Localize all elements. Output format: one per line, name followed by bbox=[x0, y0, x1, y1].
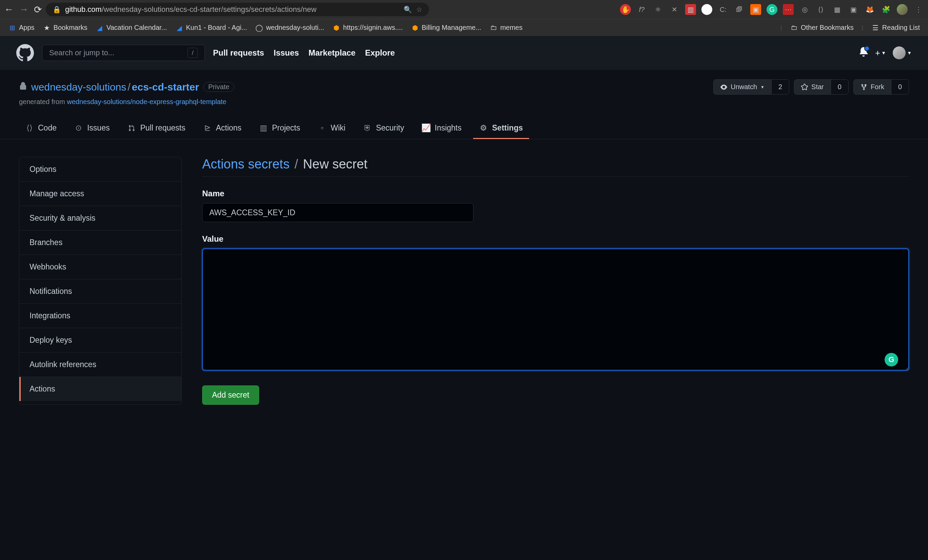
name-label: Name bbox=[202, 189, 909, 198]
sidebar-item-security-analysis[interactable]: Security & analysis bbox=[19, 206, 182, 230]
project-icon: ▥ bbox=[259, 124, 268, 132]
template-link[interactable]: wednesday-solutions/node-express-graphql… bbox=[67, 98, 226, 105]
ext-icon-4[interactable]: ✕ bbox=[669, 4, 680, 15]
bookmark-apps[interactable]: ⊞Apps bbox=[8, 24, 35, 32]
book-icon: ▫ bbox=[318, 124, 327, 132]
bookmark-billing[interactable]: ⬢Billing Manageme... bbox=[411, 24, 481, 32]
add-secret-button[interactable]: Add secret bbox=[202, 385, 259, 405]
ext-icon-3[interactable]: ⚛ bbox=[653, 4, 664, 15]
ext-icon-6[interactable] bbox=[701, 4, 712, 15]
grammarly-badge-icon[interactable]: G bbox=[885, 353, 898, 367]
ext-icon-8[interactable]: 🗊 bbox=[734, 4, 745, 15]
nav-marketplace[interactable]: Marketplace bbox=[308, 48, 356, 58]
tab-projects[interactable]: ▥Projects bbox=[253, 118, 306, 139]
github-icon: ◯ bbox=[255, 24, 263, 32]
user-avatar bbox=[893, 46, 906, 59]
watch-count[interactable]: 2 bbox=[771, 80, 789, 94]
graph-icon: 📈 bbox=[422, 124, 431, 132]
search-icon[interactable]: 🔍 bbox=[404, 5, 412, 14]
breadcrumb-link[interactable]: Actions secrets bbox=[202, 157, 290, 171]
star-button[interactable]: Star 0 bbox=[794, 79, 849, 94]
back-button[interactable]: ← bbox=[4, 4, 14, 15]
settings-sidebar: Options Manage access Security & analysi… bbox=[19, 157, 182, 405]
sidebar-item-options[interactable]: Options bbox=[19, 157, 182, 182]
sidebar-item-actions[interactable]: Actions bbox=[19, 377, 182, 401]
repo-owner-link[interactable]: wednesday-solutions bbox=[31, 81, 126, 93]
bookmarks-bar: ⊞Apps ★Bookmarks ◢Vacation Calendar... ◢… bbox=[0, 19, 928, 36]
github-search[interactable]: Search or jump to... / bbox=[42, 45, 205, 61]
fork-button[interactable]: Fork 0 bbox=[853, 79, 909, 94]
nav-explore[interactable]: Explore bbox=[365, 48, 395, 58]
ext-icon-10[interactable]: ⋯ bbox=[783, 4, 794, 15]
generated-from-text: generated from wednesday-solutions/node-… bbox=[19, 98, 909, 106]
ext-icon-7[interactable]: C: bbox=[718, 4, 728, 15]
jira-icon: ◢ bbox=[96, 24, 104, 32]
folder-icon: 🗀 bbox=[790, 24, 798, 32]
sidebar-item-manage-access[interactable]: Manage access bbox=[19, 182, 182, 206]
reload-button[interactable]: ⟳ bbox=[34, 4, 42, 15]
tab-issues[interactable]: ⊙Issues bbox=[68, 118, 116, 139]
extensions-icon[interactable]: 🧩 bbox=[881, 4, 891, 15]
visibility-badge: Private bbox=[203, 82, 234, 92]
aws-icon: ⬢ bbox=[411, 24, 419, 32]
tab-pull-requests[interactable]: Pull requests bbox=[121, 118, 191, 139]
other-bookmarks[interactable]: 🗀Other Bookmarks bbox=[790, 24, 854, 32]
user-menu[interactable]: ▼ bbox=[893, 46, 912, 59]
metamask-icon[interactable]: 🦊 bbox=[864, 4, 875, 15]
search-placeholder: Search or jump to... bbox=[49, 49, 114, 57]
ext-icon-14[interactable]: ▣ bbox=[848, 4, 859, 15]
tab-insights[interactable]: 📈Insights bbox=[416, 118, 468, 139]
menu-icon[interactable]: ⋮ bbox=[913, 4, 924, 15]
github-logo-icon[interactable] bbox=[16, 44, 34, 62]
sidebar-item-integrations[interactable]: Integrations bbox=[19, 304, 182, 328]
pr-icon bbox=[127, 124, 136, 132]
sidebar-item-notifications[interactable]: Notifications bbox=[19, 279, 182, 304]
tab-settings[interactable]: ⚙Settings bbox=[473, 118, 529, 139]
ext-icon-1[interactable]: ✋ bbox=[620, 4, 631, 15]
sidebar-item-deploy-keys[interactable]: Deploy keys bbox=[19, 328, 182, 353]
forward-button[interactable]: → bbox=[19, 4, 29, 15]
bookmark-kun1[interactable]: ◢Kun1 - Board - Agi... bbox=[175, 24, 247, 32]
unwatch-button[interactable]: Unwatch▼ 2 bbox=[713, 79, 789, 94]
lock-icon: 🔒 bbox=[53, 5, 61, 14]
star-count[interactable]: 0 bbox=[831, 80, 848, 94]
apps-icon: ⊞ bbox=[8, 24, 16, 32]
sidebar-item-autolink[interactable]: Autolink references bbox=[19, 353, 182, 377]
ext-icon-2[interactable]: f? bbox=[636, 4, 647, 15]
ext-icon-11[interactable]: ◎ bbox=[799, 4, 810, 15]
profile-avatar[interactable] bbox=[897, 4, 908, 15]
ext-icon-9[interactable]: ▣ bbox=[750, 4, 761, 15]
notifications-icon[interactable] bbox=[859, 47, 868, 59]
tab-code[interactable]: ⟨⟩Code bbox=[19, 118, 63, 139]
reading-list[interactable]: ☰Reading List bbox=[872, 24, 920, 32]
ext-icon-12[interactable]: ⟨⟩ bbox=[815, 4, 826, 15]
bookmark-aws-signin[interactable]: ⬢https://signin.aws.... bbox=[333, 24, 403, 32]
ext-icon-5[interactable]: ▥ bbox=[685, 4, 696, 15]
address-bar[interactable]: 🔒 github.com/wednesday-solutions/ecs-cd-… bbox=[46, 3, 429, 16]
bookmark-bookmarks[interactable]: ★Bookmarks bbox=[43, 24, 87, 32]
grammarly-icon[interactable]: G bbox=[766, 4, 777, 15]
star-icon[interactable]: ☆ bbox=[416, 5, 422, 14]
value-label: Value bbox=[202, 234, 909, 244]
tab-actions[interactable]: ⊵Actions bbox=[197, 118, 247, 139]
sidebar-item-branches[interactable]: Branches bbox=[19, 230, 182, 255]
list-icon: ☰ bbox=[872, 24, 879, 32]
nav-pull-requests[interactable]: Pull requests bbox=[213, 48, 264, 58]
tab-security[interactable]: ⛨Security bbox=[357, 118, 410, 139]
nav-issues[interactable]: Issues bbox=[274, 48, 299, 58]
bookmark-memes[interactable]: 🗀memes bbox=[490, 24, 523, 32]
bookmark-wednesday[interactable]: ◯wednesday-soluti... bbox=[255, 24, 324, 32]
secret-value-textarea[interactable] bbox=[202, 248, 909, 370]
repo-name-link[interactable]: ecs-cd-starter bbox=[132, 81, 199, 93]
page-subtitle: New secret bbox=[303, 157, 367, 171]
sidebar-item-webhooks[interactable]: Webhooks bbox=[19, 255, 182, 279]
fork-count[interactable]: 0 bbox=[891, 80, 909, 94]
tab-wiki[interactable]: ▫Wiki bbox=[312, 118, 351, 139]
bookmark-vacation[interactable]: ◢Vacation Calendar... bbox=[96, 24, 167, 32]
secret-name-input[interactable] bbox=[202, 203, 473, 222]
issue-icon: ⊙ bbox=[74, 124, 83, 132]
create-new-dropdown[interactable]: +▼ bbox=[875, 48, 886, 58]
ext-icon-13[interactable]: ▦ bbox=[832, 4, 843, 15]
star-icon: ★ bbox=[43, 24, 51, 32]
folder-icon: 🗀 bbox=[490, 24, 498, 32]
